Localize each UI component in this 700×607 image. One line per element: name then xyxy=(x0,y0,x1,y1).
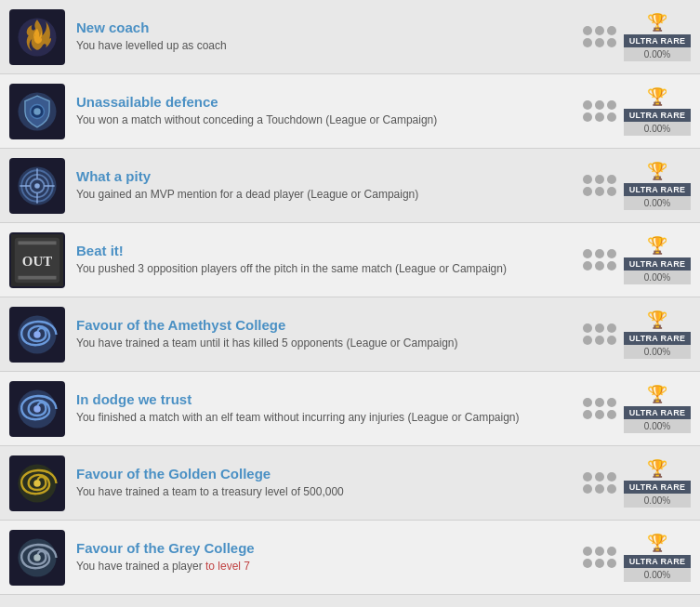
ultra-rare-badge: ULTRA RARE xyxy=(624,183,691,196)
dot xyxy=(583,410,592,419)
achievement-row: OUT Beat it!You pushed 3 opposition play… xyxy=(0,223,700,297)
dot xyxy=(595,484,604,494)
achievement-dots xyxy=(583,100,616,122)
ultra-rare-badge: ULTRA RARE xyxy=(624,406,691,419)
achievement-title: Favour of the Golden College xyxy=(76,466,574,482)
trophy-icon: 🏆 xyxy=(647,86,667,107)
achievement-dots xyxy=(583,175,616,196)
dot xyxy=(583,38,592,47)
ultra-rare-badge: ULTRA RARE xyxy=(624,555,691,568)
dot xyxy=(583,187,592,196)
achievement-row: Unassailable defenceYou won a match with… xyxy=(0,74,700,149)
rarity-badge-container: 🏆ULTRA RARE0.00% xyxy=(624,161,691,210)
achievement-icon xyxy=(9,530,65,586)
achievement-right-panel: 🏆ULTRA RARE0.00% xyxy=(583,235,691,284)
dot xyxy=(595,100,604,110)
dot xyxy=(595,559,604,568)
dot xyxy=(607,398,616,407)
dot xyxy=(583,559,592,568)
achievement-icon xyxy=(9,84,65,139)
achievement-right-panel: 🏆ULTRA RARE0.00% xyxy=(583,310,691,359)
trophy-icon: 🏆 xyxy=(647,310,667,330)
achievement-percent: 0.00% xyxy=(624,47,691,61)
achievement-percent: 0.00% xyxy=(624,345,691,359)
achievement-icon xyxy=(9,9,65,65)
dot xyxy=(607,323,616,333)
achievement-text: Favour of the Golden CollegeYou have tra… xyxy=(76,466,574,500)
dot xyxy=(607,547,616,556)
achievement-description: You have trained a team to a treasury le… xyxy=(76,484,574,500)
dot xyxy=(607,187,616,196)
dot xyxy=(583,100,592,110)
ultra-rare-badge: ULTRA RARE xyxy=(624,481,691,494)
dot xyxy=(595,336,604,345)
dot xyxy=(595,26,604,35)
dot xyxy=(583,112,592,122)
ultra-rare-badge: ULTRA RARE xyxy=(624,332,691,345)
achievement-percent: 0.00% xyxy=(624,196,691,210)
achievement-dots xyxy=(583,547,616,568)
dot xyxy=(607,175,616,184)
achievement-row: Favour of the Amethyst CollegeYou have t… xyxy=(0,297,700,372)
dot xyxy=(595,323,604,333)
achievement-description: You have trained a player to level 7 xyxy=(76,559,574,574)
achievement-description: You pushed 3 opposition players off the … xyxy=(76,261,574,277)
svg-point-32 xyxy=(33,554,40,561)
svg-point-23 xyxy=(33,331,40,337)
achievement-title: In dodge we trust xyxy=(76,391,574,407)
dot xyxy=(607,100,616,110)
trophy-icon: 🏆 xyxy=(647,533,667,553)
achievement-text: New coachYou have levelled up as coach xyxy=(76,20,574,54)
achievement-text: Beat it!You pushed 3 opposition players … xyxy=(76,243,574,277)
svg-point-5 xyxy=(33,108,40,114)
achievement-text: What a pityYou gained an MVP mention for… xyxy=(76,168,574,203)
dot xyxy=(595,261,604,271)
achievement-dots xyxy=(583,26,616,47)
dot xyxy=(583,26,592,35)
dot xyxy=(607,26,616,35)
trophy-icon: 🏆 xyxy=(647,458,667,479)
achievement-row: New coachYou have levelled up as coach🏆U… xyxy=(0,0,700,74)
dot xyxy=(595,38,604,47)
dot xyxy=(607,112,616,122)
achievement-right-panel: 🏆ULTRA RARE0.00% xyxy=(583,86,691,136)
achievement-description: You have trained a team until it has kil… xyxy=(76,336,574,351)
achievement-row: Favour of the Grey CollegeYou have train… xyxy=(0,521,700,595)
achievement-row: In dodge we trustYou finished a match wi… xyxy=(0,372,700,446)
rarity-badge-container: 🏆ULTRA RARE0.00% xyxy=(624,458,691,508)
achievement-title: Unassailable defence xyxy=(76,94,574,110)
achievement-right-panel: 🏆ULTRA RARE0.00% xyxy=(583,384,691,433)
dot xyxy=(583,175,592,184)
dot xyxy=(595,547,604,556)
dot xyxy=(583,336,592,345)
dot xyxy=(607,484,616,494)
achievement-text: In dodge we trustYou finished a match wi… xyxy=(76,391,574,426)
achievement-percent: 0.00% xyxy=(624,271,691,284)
svg-point-29 xyxy=(33,480,40,486)
dot xyxy=(607,410,616,419)
achievement-right-panel: 🏆ULTRA RARE0.00% xyxy=(583,161,691,210)
svg-point-26 xyxy=(33,405,40,412)
dot xyxy=(595,112,604,122)
trophy-icon: 🏆 xyxy=(647,161,667,181)
rarity-badge-container: 🏆ULTRA RARE0.00% xyxy=(624,86,691,136)
achievement-percent: 0.00% xyxy=(624,122,691,136)
achievement-description: You won a match without conceding a Touc… xyxy=(76,112,574,128)
achievement-text: Favour of the Amethyst CollegeYou have t… xyxy=(76,317,574,351)
achievement-description: You have levelled up as coach xyxy=(76,38,574,54)
dot xyxy=(595,472,604,482)
ultra-rare-badge: ULTRA RARE xyxy=(624,257,691,271)
rarity-badge-container: 🏆ULTRA RARE0.00% xyxy=(624,12,691,61)
achievement-icon xyxy=(9,158,65,214)
dot xyxy=(595,187,604,196)
svg-text:OUT: OUT xyxy=(22,253,52,268)
dot xyxy=(595,410,604,419)
rarity-badge-container: 🏆ULTRA RARE0.00% xyxy=(624,310,691,359)
dot xyxy=(583,323,592,333)
achievement-text: Favour of the Grey CollegeYou have train… xyxy=(76,540,574,574)
achievement-text: Unassailable defenceYou won a match with… xyxy=(76,94,574,128)
dot xyxy=(583,261,592,271)
achievement-percent: 0.00% xyxy=(624,419,691,433)
achievement-percent: 0.00% xyxy=(624,568,691,582)
trophy-icon: 🏆 xyxy=(647,235,667,256)
